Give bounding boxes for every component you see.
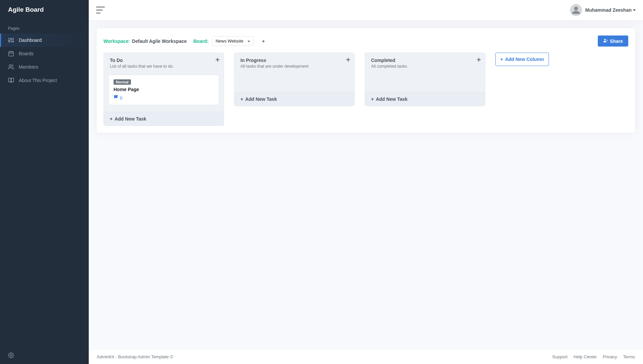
user-plus-icon	[603, 38, 608, 44]
topbar: Muhammad Zeeshan	[89, 0, 643, 20]
user-name: Muhammad Zeeshan	[585, 7, 632, 13]
comments-icon	[114, 95, 119, 101]
plus-icon: +	[500, 57, 503, 62]
footer-link-terms[interactable]: Terms	[623, 354, 635, 359]
board-select[interactable]: News Website	[212, 36, 254, 46]
column-subtitle: All completed tasks	[371, 64, 479, 69]
add-task-button[interactable]: + Add New Task	[234, 92, 354, 106]
svg-point-14	[10, 355, 12, 356]
sidebar-item-members[interactable]: Members	[0, 60, 89, 74]
task-comments[interactable]: 0	[114, 95, 214, 101]
users-icon	[8, 64, 14, 70]
footer-text: - Bootstrap Admin Template ©	[114, 354, 173, 359]
share-button-label: Share	[610, 39, 623, 44]
add-board-button[interactable]: +	[259, 37, 268, 46]
footer-link-help[interactable]: Help Center	[574, 354, 597, 359]
svg-point-16	[604, 39, 606, 41]
add-task-button[interactable]: + Add New Task	[104, 112, 224, 126]
sliders-icon	[8, 37, 14, 43]
sidebar-item-dashboard[interactable]: Dashboard	[0, 33, 89, 47]
column-add-icon[interactable]: +	[346, 56, 350, 64]
board-header: Workspace: Default Agile Workspace Board…	[103, 35, 628, 47]
footer-link-support[interactable]: Support	[552, 354, 568, 359]
column-todo: To Do List of all tasks that we have to …	[103, 53, 224, 126]
add-column-button[interactable]: + Add New Column	[495, 53, 549, 66]
svg-rect-9	[9, 52, 13, 56]
columns-container: To Do List of all tasks that we have to …	[103, 53, 628, 126]
sidebar: Agile Board Pages Dashboard Boards Membe…	[0, 0, 89, 364]
add-task-label: Add New Task	[115, 116, 146, 122]
column-title: To Do	[110, 58, 218, 63]
sidebar-item-label: Dashboard	[19, 38, 42, 43]
plus-icon: +	[371, 96, 374, 102]
task-card[interactable]: Normal Home Page 0	[109, 75, 219, 105]
board-panel: Workspace: Default Agile Workspace Board…	[97, 28, 635, 133]
board-selected-value: News Website	[216, 39, 243, 44]
column-subtitle: All tasks that are under development	[240, 64, 348, 69]
sidebar-item-about[interactable]: About This Project	[0, 74, 89, 87]
sidebar-footer	[0, 348, 89, 364]
task-title: Home Page	[114, 87, 214, 92]
board-label: Board:	[194, 39, 209, 44]
sidebar-item-label: About This Project	[19, 78, 57, 83]
task-priority-badge: Normal	[114, 79, 131, 85]
footer-brand-link[interactable]: AdminKit	[97, 354, 114, 359]
sidebar-item-boards[interactable]: Boards	[0, 47, 89, 60]
workspace-label: Workspace:	[103, 39, 130, 44]
footer: AdminKit - Bootstrap Admin Template © Su…	[89, 349, 643, 364]
calendar-icon	[8, 51, 14, 57]
add-column-label: Add New Column	[505, 57, 544, 62]
sidebar-item-label: Boards	[19, 51, 33, 56]
chevron-down-icon	[633, 9, 636, 11]
task-comments-count: 0	[120, 95, 122, 100]
add-task-button[interactable]: + Add New Task	[365, 92, 485, 106]
share-button[interactable]: Share	[598, 35, 628, 47]
column-in-progress: In Progress All tasks that are under dev…	[234, 53, 355, 106]
gear-icon[interactable]	[8, 352, 14, 358]
footer-left: AdminKit - Bootstrap Admin Template ©	[97, 354, 173, 359]
add-task-label: Add New Task	[376, 96, 408, 102]
column-completed: Completed All completed tasks + + Add Ne…	[365, 53, 485, 106]
sidebar-item-label: Members	[19, 64, 38, 70]
menu-toggle-icon[interactable]	[96, 7, 105, 13]
plus-icon: +	[110, 116, 113, 122]
plus-icon: +	[240, 96, 243, 102]
column-add-icon[interactable]: +	[477, 56, 481, 64]
column-title: Completed	[371, 58, 479, 63]
content: Workspace: Default Agile Workspace Board…	[89, 20, 643, 349]
column-subtitle: List of all tasks that we have to do.	[110, 64, 218, 69]
avatar[interactable]	[570, 4, 582, 16]
add-task-label: Add New Task	[245, 96, 277, 102]
main: Muhammad Zeeshan Workspace: Default Agil…	[89, 0, 643, 364]
svg-point-15	[574, 7, 578, 11]
footer-links: Support Help Center Privacy Terms	[552, 354, 635, 359]
svg-point-13	[9, 65, 11, 67]
column-add-icon[interactable]: +	[215, 56, 220, 64]
brand-title[interactable]: Agile Board	[0, 0, 89, 19]
column-title: In Progress	[240, 58, 348, 63]
footer-link-privacy[interactable]: Privacy	[603, 354, 617, 359]
book-icon	[8, 77, 14, 83]
chevron-down-icon	[247, 41, 250, 42]
workspace-name: Default Agile Workspace	[132, 39, 187, 44]
plus-icon: +	[262, 39, 265, 44]
user-dropdown[interactable]: Muhammad Zeeshan	[585, 7, 636, 13]
sidebar-section-label: Pages	[0, 19, 89, 33]
